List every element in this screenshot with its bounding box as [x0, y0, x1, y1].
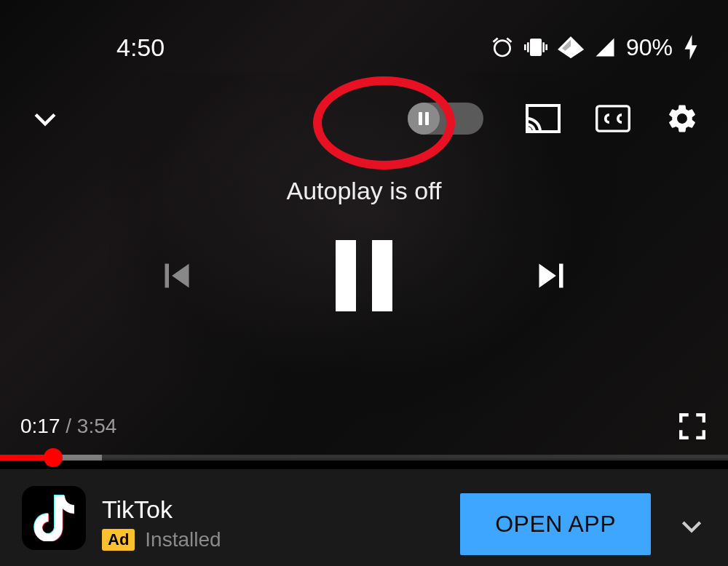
ad-banner: TikTok Ad Installed OPEN APP: [0, 469, 728, 566]
next-button[interactable]: [527, 252, 575, 300]
signal-icon: [594, 36, 616, 58]
alarm-icon: [491, 36, 514, 59]
autoplay-status-text: Autoplay is off: [0, 177, 728, 205]
chevron-down-icon: [29, 103, 61, 135]
time-display-row: 0:17 / 3:54: [20, 411, 708, 442]
svg-rect-2: [597, 106, 630, 131]
pause-button[interactable]: [336, 240, 392, 311]
status-icons: 90%: [491, 34, 699, 61]
svg-point-1: [527, 129, 531, 132]
gear-icon: [665, 102, 699, 135]
collapse-button[interactable]: [29, 103, 61, 135]
captions-button[interactable]: [596, 105, 630, 132]
current-time: 0:17: [20, 415, 60, 437]
previous-button[interactable]: [153, 252, 201, 300]
battery-percent: 90%: [626, 34, 673, 61]
progress-bar[interactable]: [0, 455, 728, 461]
cc-icon: [596, 105, 630, 132]
ad-app-icon[interactable]: [22, 486, 86, 550]
fullscreen-icon: [677, 411, 708, 442]
total-duration: 3:54: [77, 415, 117, 437]
status-time: 4:50: [116, 33, 165, 62]
ad-title[interactable]: TikTok: [102, 495, 221, 524]
progress-thumb[interactable]: [44, 448, 63, 467]
ad-install-status: Installed: [145, 528, 221, 551]
wifi-icon: [558, 36, 584, 58]
ad-badge: Ad: [102, 529, 135, 551]
time-separator: /: [60, 415, 77, 437]
charging-icon: [683, 35, 699, 60]
ad-expand-button[interactable]: [677, 511, 706, 541]
player-center-controls: [0, 240, 728, 311]
skip-next-icon: [527, 252, 575, 300]
settings-button[interactable]: [665, 102, 699, 135]
annotation-highlight: [313, 76, 455, 170]
skip-previous-icon: [153, 252, 201, 300]
pause-icon: [336, 240, 392, 311]
cast-button[interactable]: [526, 104, 561, 133]
chevron-down-icon: [677, 511, 706, 541]
video-backdrop: [0, 0, 728, 458]
ad-info: TikTok Ad Installed: [102, 495, 221, 551]
vibrate-icon: [524, 36, 547, 59]
status-bar: 4:50 90%: [0, 29, 728, 65]
open-app-button[interactable]: OPEN APP: [460, 493, 651, 555]
tiktok-icon: [33, 495, 74, 541]
cast-icon: [526, 104, 561, 133]
fullscreen-button[interactable]: [677, 411, 708, 442]
time-text: 0:17 / 3:54: [20, 415, 116, 438]
